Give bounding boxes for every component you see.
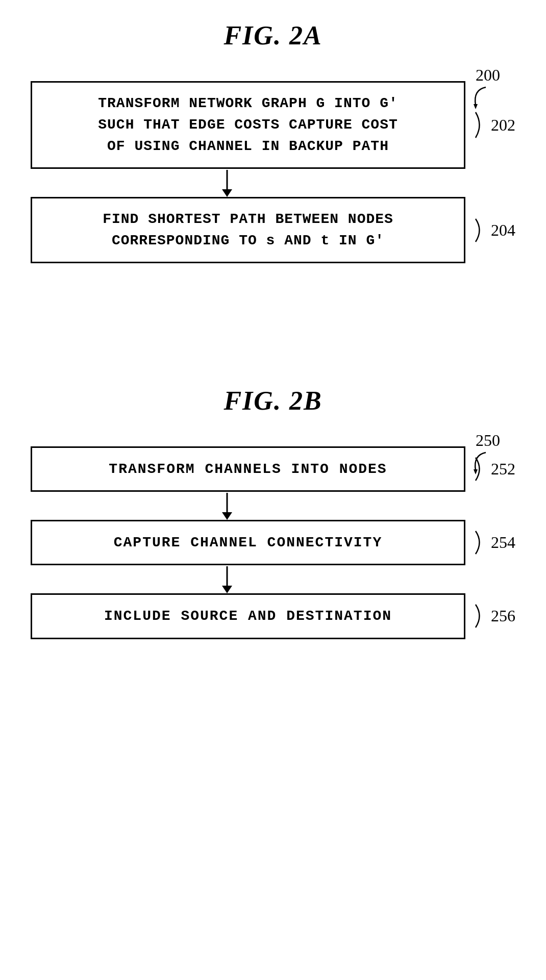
box-252-wrapper: TRANSFORM CHANNELS INTO NODES 252 [31, 446, 515, 492]
box-204: FIND SHORTEST PATH BETWEEN NODES CORRESP… [31, 197, 465, 263]
bracket-256-icon [473, 602, 491, 630]
down-arrow-2-icon [219, 492, 235, 520]
arrow-250-icon [465, 450, 496, 475]
svg-marker-2 [222, 189, 232, 197]
fig-spacer [31, 304, 515, 355]
arrow-down-1 [31, 169, 515, 197]
ref-254: 254 [473, 529, 515, 557]
bracket-204-icon [473, 216, 491, 244]
box-256-wrapper: INCLUDE SOURCE AND DESTINATION 256 [31, 593, 515, 639]
ref-250: 250 [476, 431, 500, 450]
ref-204: 204 [473, 216, 515, 244]
box-202: TRANSFORM NETWORK GRAPH G INTO G′ SUCH T… [31, 81, 465, 169]
svg-marker-7 [222, 586, 232, 593]
arrow-down-2 [31, 492, 515, 520]
box-254-wrapper: CAPTURE CHANNEL CONNECTIVITY 254 [31, 520, 515, 565]
svg-marker-0 [474, 104, 478, 109]
box-202-wrapper: TRANSFORM NETWORK GRAPH G INTO G′ SUCH T… [31, 81, 515, 169]
box-254: CAPTURE CHANNEL CONNECTIVITY [31, 520, 465, 565]
fig-2a-section: FIG. 2A 200 TRANSFORM NETWORK GRAPH G IN… [31, 20, 515, 263]
arrow-200-icon [465, 85, 496, 110]
page-container: FIG. 2A 200 TRANSFORM NETWORK GRAPH G IN… [0, 0, 546, 980]
ref-256: 256 [473, 602, 515, 630]
down-arrow-1-icon [219, 169, 235, 197]
ref-202: 202 [473, 110, 515, 140]
box-256: INCLUDE SOURCE AND DESTINATION [31, 593, 465, 639]
bracket-254-icon [473, 529, 491, 557]
bracket-202-icon [473, 110, 491, 140]
ref-200: 200 [476, 66, 500, 85]
fig-2a-title: FIG. 2A [31, 20, 515, 51]
down-arrow-3-icon [219, 565, 235, 593]
svg-marker-5 [222, 512, 232, 520]
arrow-down-3 [31, 565, 515, 593]
svg-marker-3 [474, 469, 478, 474]
fig-2b-title: FIG. 2B [31, 386, 515, 416]
fig-2b-section: FIG. 2B 250 TRANSFORM CHANNELS INTO NODE… [31, 386, 515, 639]
box-252: TRANSFORM CHANNELS INTO NODES [31, 446, 465, 492]
box-204-wrapper: FIND SHORTEST PATH BETWEEN NODES CORRESP… [31, 197, 515, 263]
